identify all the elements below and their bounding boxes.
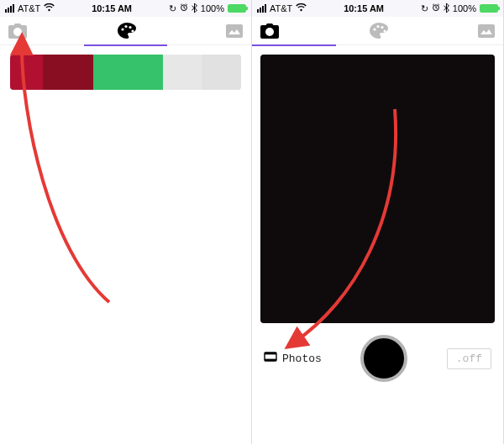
status-bar: AT&T 10:15 AM ↻ 100% <box>252 0 503 17</box>
svg-point-4 <box>131 29 134 32</box>
alarm-icon <box>180 3 188 13</box>
camera-controls: Photos .off <box>260 330 495 387</box>
carrier-label: AT&T <box>270 3 292 13</box>
bluetooth-icon <box>444 3 449 14</box>
svg-point-7 <box>373 28 375 30</box>
top-nav <box>0 17 251 45</box>
phone-right: AT&T 10:15 AM ↻ 100% <box>252 0 504 444</box>
photos-label: Photos <box>282 353 322 365</box>
camera-icon[interactable] <box>260 24 279 39</box>
battery-icon <box>228 4 246 13</box>
svg-point-9 <box>381 25 383 28</box>
phone-left: AT&T 10:15 AM ↻ 100% <box>0 0 252 444</box>
color-palette-bar[interactable] <box>10 55 241 90</box>
palette-icon[interactable] <box>118 23 136 39</box>
signal-icon <box>257 4 266 13</box>
clock-label: 10:15 AM <box>344 3 384 13</box>
camera-icon[interactable] <box>8 24 27 39</box>
svg-rect-11 <box>478 24 495 38</box>
top-nav <box>252 17 503 45</box>
alarm-icon <box>432 3 440 13</box>
carrier-label: AT&T <box>18 3 40 13</box>
gallery-icon[interactable] <box>478 24 495 38</box>
svg-point-10 <box>383 29 386 32</box>
flash-off-button[interactable]: .off <box>447 348 491 369</box>
gallery-icon[interactable] <box>226 24 243 38</box>
svg-rect-13 <box>265 353 276 354</box>
palette-area <box>0 46 251 98</box>
palette-swatch[interactable] <box>163 55 202 90</box>
battery-pct-label: 100% <box>201 3 224 13</box>
signal-icon <box>5 4 14 13</box>
rotate-lock-icon: ↻ <box>169 3 176 14</box>
bluetooth-icon <box>192 3 197 14</box>
photos-button[interactable]: Photos <box>264 351 322 366</box>
palette-swatch[interactable] <box>93 55 163 90</box>
svg-rect-14 <box>265 359 276 361</box>
svg-point-3 <box>129 25 131 28</box>
status-bar: AT&T 10:15 AM ↻ 100% <box>0 0 251 17</box>
svg-rect-5 <box>226 24 243 38</box>
palette-swatch[interactable] <box>43 55 94 90</box>
film-roll-icon <box>264 351 277 366</box>
wifi-icon <box>44 3 55 13</box>
shutter-button[interactable] <box>360 335 407 382</box>
wifi-icon <box>296 3 307 13</box>
palette-swatch[interactable] <box>10 55 43 90</box>
battery-pct-label: 100% <box>453 3 476 13</box>
svg-point-1 <box>121 28 123 30</box>
palette-swatch[interactable] <box>202 55 241 90</box>
svg-point-2 <box>124 24 127 27</box>
palette-icon[interactable] <box>370 23 388 39</box>
camera-viewfinder[interactable] <box>260 55 495 323</box>
svg-point-8 <box>376 24 379 27</box>
clock-label: 10:15 AM <box>92 3 132 13</box>
rotate-lock-icon: ↻ <box>421 3 428 14</box>
battery-icon <box>480 4 498 13</box>
